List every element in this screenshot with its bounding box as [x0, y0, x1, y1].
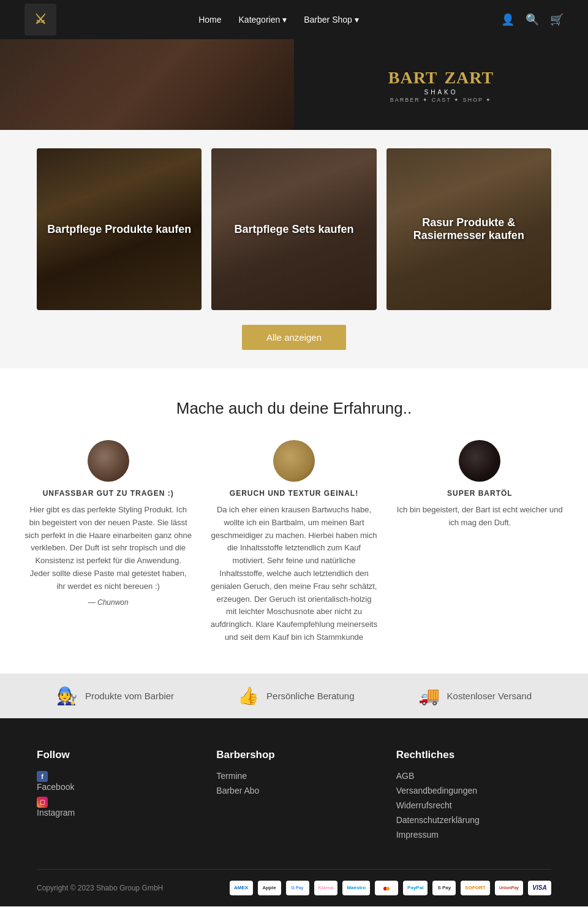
payment-visa: VISA — [528, 881, 551, 895]
payment-mastercard: ●● — [375, 881, 398, 895]
testimonials-title: Mache auch du deine Erfahrung.. — [24, 399, 564, 418]
categories-grid: Bartpflege Produkte kaufen Bartpflege Se… — [37, 148, 551, 310]
category-card-bartpflege-produkte[interactable]: Bartpflege Produkte kaufen — [37, 148, 202, 310]
payment-google-pay: G Pay — [286, 881, 309, 895]
chevron-down-icon: ▾ — [282, 15, 287, 25]
main-nav: Home Kategorien ▾ Barber Shop ▾ — [198, 15, 359, 25]
testimonial-2: GERUCH UND TEXTUR GEINAL! Da ich eher ei… — [210, 440, 377, 649]
footer-facebook-label: Facebook — [37, 782, 74, 792]
feature-versand: 🚚 Kostenloser Versand — [418, 686, 532, 706]
features-bar: 🧑‍🔧 Produkte vom Barbier 👍 Persönliche B… — [0, 674, 588, 718]
nav-icons: 👤 🔍 🛒 — [501, 13, 564, 26]
hero-image-left — [0, 39, 294, 130]
payment-paypal: PayPal — [403, 881, 428, 895]
footer-bottom: Copyright © 2023 Shabo Group GmbH AMEX A… — [37, 869, 551, 906]
user-icon[interactable]: 👤 — [501, 13, 514, 26]
testimonials-section: Mache auch du deine Erfahrung.. UNFASSBA… — [0, 368, 588, 674]
footer-facebook-link[interactable]: f Facebook — [37, 771, 192, 792]
category-card-bartpflege-sets[interactable]: Bartpflege Sets kaufen — [211, 148, 376, 310]
hero-logo-right: BART ZART SHAKO BARBER ✦ CAST ✦ SHOP ✦ — [294, 39, 588, 130]
footer-follow-col: Follow f Facebook ◻ Instagram — [37, 749, 192, 844]
beratung-icon: 👍 — [238, 686, 259, 706]
avatar-3 — [459, 440, 500, 482]
categories-section: Bartpflege Produkte kaufen Bartpflege Se… — [0, 130, 588, 368]
footer-termine-link[interactable]: Termine — [216, 771, 371, 781]
footer-widerrufsrecht-link[interactable]: Widerrufsrecht — [396, 800, 551, 810]
category-label-2: Bartpflege Sets kaufen — [211, 148, 376, 310]
payment-icons: AMEX Apple G Pay Klarna Maestro ●● PayPa… — [230, 881, 551, 895]
show-all-button[interactable]: Alle anzeigen — [242, 325, 346, 350]
barbier-icon: 🧑‍🔧 — [56, 686, 78, 706]
footer-rechtliches-heading: Rechtliches — [396, 749, 551, 761]
footer-copyright: Copyright © 2023 Shabo Group GmbH — [37, 884, 163, 892]
testimonial-text-1: Hier gibt es das perfekte Styling Produk… — [24, 504, 192, 593]
footer: Follow f Facebook ◻ Instagram Barbershop… — [0, 718, 588, 906]
versand-icon: 🚚 — [418, 686, 440, 706]
show-all-wrapper: Alle anzeigen — [37, 325, 551, 350]
testimonial-text-3: Ich bin begeistert, der Bart ist echt we… — [396, 504, 564, 529]
footer-instagram-label: Instagram — [37, 808, 75, 818]
footer-barbershop-heading: Barbershop — [216, 749, 371, 761]
chevron-down-icon: ▾ — [355, 15, 359, 25]
hero-logo-line: BARBER ✦ CAST ✦ SHOP ✦ — [390, 97, 492, 103]
feature-beratung-label: Persönliche Beratung — [266, 691, 354, 701]
category-label-3: Rasur Produkte & Rasiermesser kaufen — [386, 148, 551, 310]
category-label-1: Bartpflege Produkte kaufen — [37, 148, 202, 310]
footer-instagram-link[interactable]: ◻ Instagram — [37, 797, 192, 818]
testimonial-author-1: — Chunwon — [24, 598, 192, 607]
testimonial-title-3: SUPER BARTÖL — [396, 489, 564, 498]
category-card-rasur[interactable]: Rasur Produkte & Rasiermesser kaufen — [386, 148, 551, 310]
hero-logo-main: BART ZART — [388, 67, 494, 86]
nav-kategorien[interactable]: Kategorien ▾ — [239, 15, 287, 25]
feature-barbier-label: Produkte vom Barbier — [85, 691, 174, 701]
payment-apple-pay: Apple — [258, 881, 281, 895]
testimonials-grid: UNFASSBAR GUT ZU TRAGEN :) Hier gibt es … — [24, 440, 564, 649]
cart-icon[interactable]: 🛒 — [550, 13, 564, 26]
payment-sofort: SOFORT — [461, 881, 489, 895]
footer-grid: Follow f Facebook ◻ Instagram Barbershop… — [37, 749, 551, 844]
nav-barber-shop[interactable]: Barber Shop ▾ — [304, 15, 359, 25]
footer-rechtliches-col: Rechtliches AGB Versandbedingungen Wider… — [396, 749, 551, 844]
testimonial-text-2: Da ich eher einen krausen Bartwuchs habe… — [210, 504, 377, 644]
search-icon[interactable]: 🔍 — [526, 13, 539, 26]
payment-unionpay: UnionPay — [495, 881, 523, 895]
testimonial-1: UNFASSBAR GUT ZU TRAGEN :) Hier gibt es … — [24, 440, 192, 649]
payment-amex: AMEX — [230, 881, 253, 895]
testimonial-3: SUPER BARTÖL Ich bin begeistert, der Bar… — [396, 440, 564, 649]
payment-klarna: Klarna — [314, 881, 338, 895]
footer-impressum-link[interactable]: Impressum — [396, 830, 551, 840]
logo-icon: ⚔ — [24, 4, 56, 36]
footer-barbershop-col: Barbershop Termine Barber Abo — [216, 749, 371, 844]
feature-versand-label: Kostenloser Versand — [447, 691, 532, 701]
avatar-2 — [273, 440, 315, 482]
payment-maestro: Maestro — [342, 881, 370, 895]
logo-area[interactable]: ⚔ — [24, 4, 56, 36]
nav-home[interactable]: Home — [198, 15, 221, 25]
hero-section: BART ZART SHAKO BARBER ✦ CAST ✦ SHOP ✦ — [0, 39, 588, 130]
payment-spay: S Pay — [432, 881, 456, 895]
instagram-icon: ◻ — [37, 797, 48, 808]
footer-follow-heading: Follow — [37, 749, 192, 761]
avatar-1 — [88, 440, 129, 482]
footer-agb-link[interactable]: AGB — [396, 771, 551, 781]
testimonial-title-2: GERUCH UND TEXTUR GEINAL! — [210, 489, 377, 498]
feature-barbier: 🧑‍🔧 Produkte vom Barbier — [56, 686, 174, 706]
footer-versandbedingungen-link[interactable]: Versandbedingungen — [396, 786, 551, 795]
hero-logo-sub: SHAKO — [424, 89, 458, 96]
facebook-icon: f — [37, 771, 48, 782]
header: ⚔ Home Kategorien ▾ Barber Shop ▾ 👤 🔍 🛒 — [0, 0, 588, 39]
footer-barber-abo-link[interactable]: Barber Abo — [216, 786, 371, 795]
testimonial-title-1: UNFASSBAR GUT ZU TRAGEN :) — [24, 489, 192, 498]
feature-beratung: 👍 Persönliche Beratung — [238, 686, 354, 706]
footer-datenschutz-link[interactable]: Datenschutzerklärung — [396, 815, 551, 825]
